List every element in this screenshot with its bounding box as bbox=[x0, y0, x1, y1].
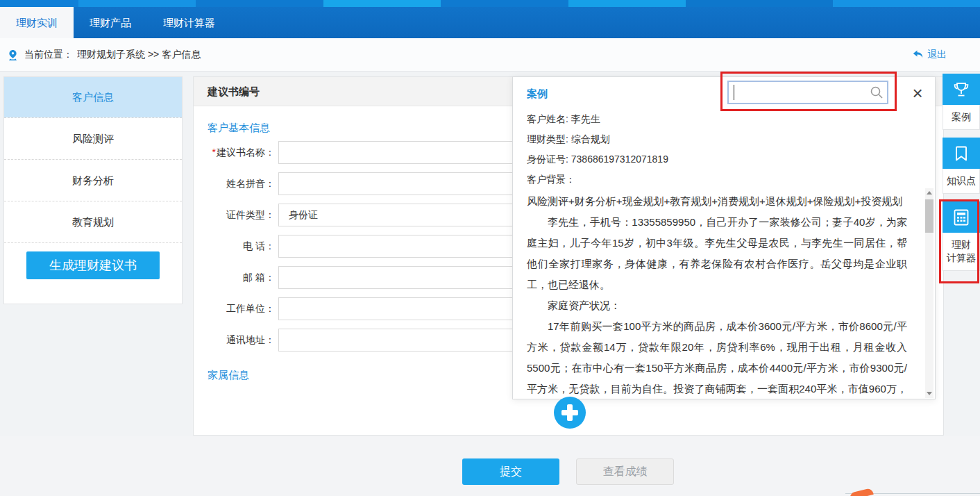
case-paragraph: 17年前购买一套100平方米的商品房，成本价3600元/平方米，市价8600元/… bbox=[527, 316, 907, 398]
case-paragraph: 风险测评+财务分析+现金规划+教育规划+消费规划+退休规划+保险规划+投资规划 bbox=[527, 191, 907, 212]
generate-proposal-button[interactable]: 生成理财建议书 bbox=[26, 251, 160, 279]
back-arrow-icon bbox=[913, 50, 924, 60]
breadcrumb-bar: 当前位置： 理财规划子系统 >> 客户信息 退出 bbox=[0, 38, 980, 72]
field-label: 姓名拼音： bbox=[194, 172, 275, 195]
breadcrumb-path: 理财规划子系统 >> 客户信息 bbox=[77, 49, 201, 61]
rail-item-calculator[interactable]: 理财 计算器 bbox=[943, 201, 980, 271]
trophy-icon[interactable] bbox=[943, 74, 980, 105]
logout-button[interactable]: 退出 bbox=[913, 38, 947, 72]
rail-label-calculator-line1: 理财 bbox=[943, 238, 979, 251]
case-background-text: 风险测评+财务分析+现金规划+教育规划+消费规划+退休规划+保险规划+投资规划 … bbox=[513, 190, 925, 398]
view-score-button[interactable]: 查看成绩 bbox=[576, 458, 674, 485]
rail-label-case[interactable]: 案例 bbox=[943, 105, 980, 130]
scroll-up-arrow-icon[interactable] bbox=[925, 188, 933, 197]
top-navbar: 理财实训 理财产品 理财计算器 bbox=[0, 7, 980, 38]
top-decor-strip bbox=[0, 0, 980, 7]
search-icon[interactable] bbox=[870, 85, 884, 102]
location-icon bbox=[7, 49, 19, 61]
logout-label: 退出 bbox=[927, 49, 947, 61]
bookmark-icon[interactable] bbox=[943, 138, 980, 169]
case-paragraph: 家庭资产状况： bbox=[527, 295, 907, 316]
case-planning-type: 理财类型: 综合规划 bbox=[527, 129, 915, 149]
case-background-label: 客户背景： bbox=[527, 170, 915, 190]
section-title-family-info: 家属信息 bbox=[208, 369, 249, 382]
case-customer-summary: 客户姓名: 李先生 理财类型: 综合规划 身份证号: 7386861973120… bbox=[527, 109, 915, 190]
rail-label-knowledge[interactable]: 知识点 bbox=[943, 169, 980, 194]
field-label: 工作单位： bbox=[194, 297, 275, 320]
back-to-top-rocket-icon[interactable] bbox=[849, 488, 873, 496]
page: 理财实训 理财产品 理财计算器 当前位置： 理财规划子系统 >> 客户信息 退出… bbox=[0, 0, 980, 496]
tab-licai-shixun[interactable]: 理财实训 bbox=[0, 7, 74, 38]
submit-button[interactable]: 提交 bbox=[462, 458, 559, 485]
sidebar-item-customer-info[interactable]: 客户信息 bbox=[4, 77, 182, 117]
case-paragraph: 李先生，手机号：13355859950，自己开办了一家装修公司；妻子40岁，为家… bbox=[527, 212, 907, 295]
left-sidebar: 客户信息 风险测评 财务分析 教育规划 生成理财建议书 bbox=[3, 76, 183, 304]
section-title-basic-info: 客户基本信息 bbox=[208, 122, 270, 135]
sidebar-item-risk-assessment[interactable]: 风险测评 bbox=[4, 117, 182, 159]
sidebar-item-financial-analysis[interactable]: 财务分析 bbox=[4, 159, 182, 201]
field-label: *建议书名称： bbox=[194, 141, 275, 164]
rail-label-calculator-line2: 计算器 bbox=[943, 251, 979, 265]
case-customer-name: 客户姓名: 李先生 bbox=[527, 109, 915, 129]
tab-licai-jisuanqi[interactable]: 理财计算器 bbox=[147, 7, 231, 38]
sidebar-item-education-planning[interactable]: 教育规划 bbox=[4, 201, 182, 242]
add-family-member-button[interactable] bbox=[554, 397, 586, 429]
case-search-input[interactable] bbox=[727, 81, 888, 104]
calculator-icon[interactable] bbox=[943, 201, 980, 233]
field-label: 证件类型： bbox=[194, 204, 275, 226]
required-mark: * bbox=[212, 147, 216, 158]
breadcrumb: 当前位置： 理财规划子系统 >> 客户信息 bbox=[7, 38, 201, 72]
close-icon[interactable]: × bbox=[907, 80, 928, 106]
case-id-number: 身份证号: 738686197312071819 bbox=[527, 149, 915, 170]
rail-item-case[interactable]: 案例 bbox=[943, 74, 980, 130]
field-label: 电 话： bbox=[194, 235, 275, 258]
breadcrumb-prefix: 当前位置： bbox=[24, 49, 73, 61]
field-label: 通讯地址： bbox=[194, 329, 275, 352]
rail-label-calculator[interactable]: 理财 计算器 bbox=[943, 233, 980, 271]
scroll-down-arrow-icon[interactable] bbox=[925, 389, 933, 398]
text-cursor bbox=[734, 85, 734, 100]
tab-licai-chanpin[interactable]: 理财产品 bbox=[74, 7, 147, 38]
rail-item-knowledge[interactable]: 知识点 bbox=[943, 138, 980, 194]
case-panel: 案例 × 客户姓名: 李先生 理财类型: 综合规划 身份证号: 73868619… bbox=[512, 76, 936, 399]
case-scrollbar[interactable] bbox=[925, 188, 933, 398]
bottom-action-bar: 提交 查看成绩 bbox=[0, 436, 980, 496]
scrollbar-thumb[interactable] bbox=[925, 199, 933, 233]
field-label: 邮 箱： bbox=[194, 266, 275, 289]
case-panel-title: 案例 bbox=[527, 77, 548, 110]
